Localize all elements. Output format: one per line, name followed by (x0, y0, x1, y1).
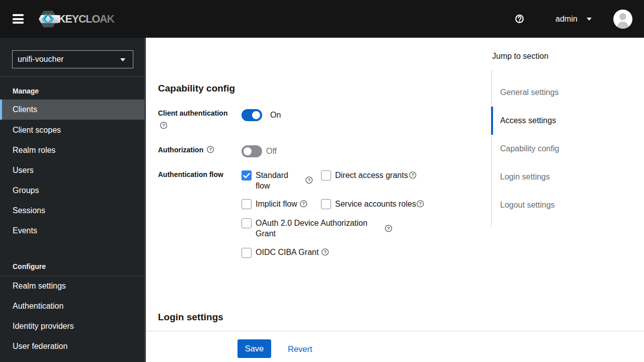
svg-text:?: ? (324, 249, 327, 254)
svg-text:?: ? (387, 226, 390, 231)
svg-text:?: ? (419, 201, 422, 206)
svg-text:?: ? (162, 123, 165, 128)
svg-text:?: ? (411, 172, 414, 177)
svg-text:?: ? (209, 147, 212, 152)
svg-text:?: ? (307, 177, 310, 183)
svg-text:KEYCLOAK: KEYCLOAK (58, 13, 115, 25)
svg-text:?: ? (302, 201, 305, 206)
